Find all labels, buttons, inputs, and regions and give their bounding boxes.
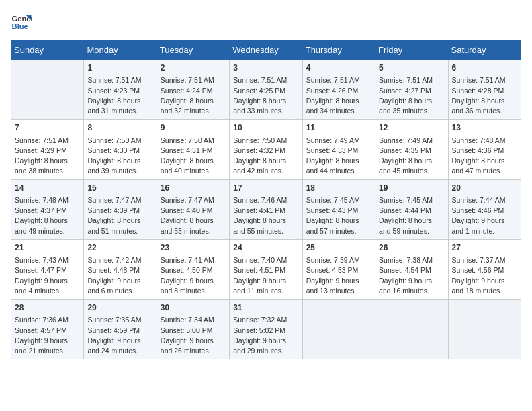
calendar-day: 28Sunrise: 7:36 AM Sunset: 4:57 PM Dayli… bbox=[11, 300, 84, 359]
day-number: 30 bbox=[161, 302, 226, 314]
day-detail: Sunrise: 7:49 AM Sunset: 4:35 PM Dayligh… bbox=[379, 136, 444, 177]
day-number: 13 bbox=[452, 122, 517, 134]
calendar-day: 10Sunrise: 7:50 AM Sunset: 4:32 PM Dayli… bbox=[230, 120, 302, 179]
day-detail: Sunrise: 7:51 AM Sunset: 4:25 PM Dayligh… bbox=[233, 75, 298, 116]
day-number: 19 bbox=[379, 183, 444, 194]
day-number: 29 bbox=[87, 302, 152, 314]
day-number: 26 bbox=[379, 242, 444, 254]
day-detail: Sunrise: 7:44 AM Sunset: 4:46 PM Dayligh… bbox=[452, 195, 517, 236]
empty-day bbox=[448, 300, 521, 359]
day-detail: Sunrise: 7:50 AM Sunset: 4:30 PM Dayligh… bbox=[87, 136, 152, 177]
calendar-day: 18Sunrise: 7:45 AM Sunset: 4:43 PM Dayli… bbox=[302, 179, 375, 239]
calendar-day: 16Sunrise: 7:47 AM Sunset: 4:40 PM Dayli… bbox=[157, 179, 229, 239]
day-detail: Sunrise: 7:34 AM Sunset: 5:00 PM Dayligh… bbox=[161, 315, 226, 356]
day-detail: Sunrise: 7:51 AM Sunset: 4:26 PM Dayligh… bbox=[306, 75, 371, 116]
day-number: 15 bbox=[87, 183, 152, 194]
weekday-header: Wednesday bbox=[230, 41, 302, 60]
day-number: 31 bbox=[233, 302, 298, 314]
day-detail: Sunrise: 7:50 AM Sunset: 4:31 PM Dayligh… bbox=[161, 136, 226, 177]
weekday-header: Thursday bbox=[302, 41, 375, 60]
day-number: 12 bbox=[379, 122, 444, 134]
calendar-day: 3Sunrise: 7:51 AM Sunset: 4:25 PM Daylig… bbox=[230, 60, 302, 120]
weekday-header: Saturday bbox=[448, 41, 521, 60]
calendar-day: 5Sunrise: 7:51 AM Sunset: 4:27 PM Daylig… bbox=[375, 60, 448, 120]
day-number: 20 bbox=[452, 183, 517, 194]
calendar-day: 15Sunrise: 7:47 AM Sunset: 4:39 PM Dayli… bbox=[84, 179, 157, 239]
calendar-day: 24Sunrise: 7:40 AM Sunset: 4:51 PM Dayli… bbox=[230, 239, 302, 299]
calendar-day: 25Sunrise: 7:39 AM Sunset: 4:53 PM Dayli… bbox=[302, 239, 375, 299]
calendar-day: 21Sunrise: 7:43 AM Sunset: 4:47 PM Dayli… bbox=[11, 239, 84, 299]
calendar-day: 9Sunrise: 7:50 AM Sunset: 4:31 PM Daylig… bbox=[157, 120, 229, 179]
day-number: 2 bbox=[161, 62, 226, 74]
day-detail: Sunrise: 7:45 AM Sunset: 4:43 PM Dayligh… bbox=[306, 195, 371, 236]
day-detail: Sunrise: 7:45 AM Sunset: 4:44 PM Dayligh… bbox=[379, 195, 444, 236]
day-number: 22 bbox=[87, 242, 152, 254]
day-detail: Sunrise: 7:47 AM Sunset: 4:40 PM Dayligh… bbox=[161, 195, 226, 236]
day-detail: Sunrise: 7:32 AM Sunset: 5:02 PM Dayligh… bbox=[233, 315, 298, 356]
day-number: 8 bbox=[87, 122, 152, 134]
day-detail: Sunrise: 7:51 AM Sunset: 4:29 PM Dayligh… bbox=[15, 136, 80, 177]
day-detail: Sunrise: 7:51 AM Sunset: 4:24 PM Dayligh… bbox=[161, 75, 226, 116]
day-detail: Sunrise: 7:48 AM Sunset: 4:36 PM Dayligh… bbox=[452, 136, 517, 177]
day-number: 6 bbox=[452, 62, 517, 74]
day-number: 3 bbox=[233, 62, 298, 74]
calendar-table: SundayMondayTuesdayWednesdayThursdayFrid… bbox=[11, 40, 521, 359]
day-number: 1 bbox=[87, 62, 152, 74]
calendar-day: 11Sunrise: 7:49 AM Sunset: 4:33 PM Dayli… bbox=[302, 120, 375, 179]
day-detail: Sunrise: 7:50 AM Sunset: 4:32 PM Dayligh… bbox=[233, 136, 298, 177]
day-detail: Sunrise: 7:51 AM Sunset: 4:27 PM Dayligh… bbox=[379, 75, 444, 116]
day-number: 9 bbox=[161, 122, 226, 134]
logo: General Blue bbox=[11, 11, 35, 32]
calendar-day: 30Sunrise: 7:34 AM Sunset: 5:00 PM Dayli… bbox=[157, 300, 229, 359]
day-number: 16 bbox=[161, 183, 226, 194]
empty-day bbox=[11, 60, 84, 120]
weekday-header: Friday bbox=[375, 41, 448, 60]
day-number: 24 bbox=[233, 242, 298, 254]
day-number: 21 bbox=[15, 242, 80, 254]
calendar-day: 17Sunrise: 7:46 AM Sunset: 4:41 PM Dayli… bbox=[230, 179, 302, 239]
calendar-day: 12Sunrise: 7:49 AM Sunset: 4:35 PM Dayli… bbox=[375, 120, 448, 179]
day-number: 5 bbox=[379, 62, 444, 74]
day-number: 11 bbox=[306, 122, 371, 134]
calendar-day: 1Sunrise: 7:51 AM Sunset: 4:23 PM Daylig… bbox=[84, 60, 157, 120]
calendar-day: 27Sunrise: 7:37 AM Sunset: 4:56 PM Dayli… bbox=[448, 239, 521, 299]
weekday-header: Monday bbox=[84, 41, 157, 60]
day-number: 4 bbox=[306, 62, 371, 74]
weekday-header: Tuesday bbox=[157, 41, 229, 60]
calendar-day: 7Sunrise: 7:51 AM Sunset: 4:29 PM Daylig… bbox=[11, 120, 84, 179]
day-number: 17 bbox=[233, 183, 298, 194]
calendar-day: 22Sunrise: 7:42 AM Sunset: 4:48 PM Dayli… bbox=[84, 239, 157, 299]
day-number: 10 bbox=[233, 122, 298, 134]
day-detail: Sunrise: 7:51 AM Sunset: 4:23 PM Dayligh… bbox=[87, 75, 152, 116]
logo-icon: General Blue bbox=[11, 11, 32, 32]
calendar-day: 26Sunrise: 7:38 AM Sunset: 4:54 PM Dayli… bbox=[375, 239, 448, 299]
day-detail: Sunrise: 7:49 AM Sunset: 4:33 PM Dayligh… bbox=[306, 136, 371, 177]
calendar-day: 29Sunrise: 7:35 AM Sunset: 4:59 PM Dayli… bbox=[84, 300, 157, 359]
weekday-header: Sunday bbox=[11, 41, 84, 60]
calendar-day: 31Sunrise: 7:32 AM Sunset: 5:02 PM Dayli… bbox=[230, 300, 302, 359]
day-number: 28 bbox=[15, 302, 80, 314]
calendar-day: 6Sunrise: 7:51 AM Sunset: 4:28 PM Daylig… bbox=[448, 60, 521, 120]
calendar-day: 4Sunrise: 7:51 AM Sunset: 4:26 PM Daylig… bbox=[302, 60, 375, 120]
empty-day bbox=[375, 300, 448, 359]
day-detail: Sunrise: 7:37 AM Sunset: 4:56 PM Dayligh… bbox=[452, 255, 517, 296]
calendar-day: 13Sunrise: 7:48 AM Sunset: 4:36 PM Dayli… bbox=[448, 120, 521, 179]
day-detail: Sunrise: 7:46 AM Sunset: 4:41 PM Dayligh… bbox=[233, 195, 298, 236]
calendar-day: 8Sunrise: 7:50 AM Sunset: 4:30 PM Daylig… bbox=[84, 120, 157, 179]
day-number: 23 bbox=[161, 242, 226, 254]
day-detail: Sunrise: 7:43 AM Sunset: 4:47 PM Dayligh… bbox=[15, 255, 80, 296]
day-detail: Sunrise: 7:47 AM Sunset: 4:39 PM Dayligh… bbox=[87, 195, 152, 236]
day-detail: Sunrise: 7:42 AM Sunset: 4:48 PM Dayligh… bbox=[87, 255, 152, 296]
calendar-day: 14Sunrise: 7:48 AM Sunset: 4:37 PM Dayli… bbox=[11, 179, 84, 239]
calendar-day: 2Sunrise: 7:51 AM Sunset: 4:24 PM Daylig… bbox=[157, 60, 229, 120]
day-detail: Sunrise: 7:39 AM Sunset: 4:53 PM Dayligh… bbox=[306, 255, 371, 296]
day-number: 14 bbox=[15, 183, 80, 194]
day-detail: Sunrise: 7:36 AM Sunset: 4:57 PM Dayligh… bbox=[15, 315, 80, 356]
day-detail: Sunrise: 7:35 AM Sunset: 4:59 PM Dayligh… bbox=[87, 315, 152, 356]
day-number: 27 bbox=[452, 242, 517, 254]
day-detail: Sunrise: 7:48 AM Sunset: 4:37 PM Dayligh… bbox=[15, 195, 80, 236]
calendar-day: 20Sunrise: 7:44 AM Sunset: 4:46 PM Dayli… bbox=[448, 179, 521, 239]
day-number: 25 bbox=[306, 242, 371, 254]
day-number: 7 bbox=[15, 122, 80, 134]
day-detail: Sunrise: 7:40 AM Sunset: 4:51 PM Dayligh… bbox=[233, 255, 298, 296]
